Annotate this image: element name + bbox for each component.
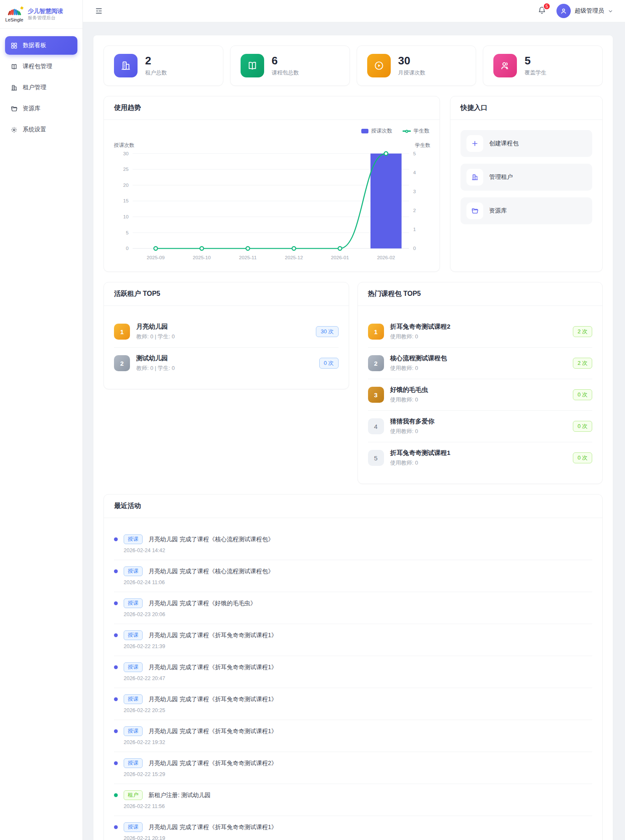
course-row: 2 核心流程测试课程包 使用教师: 0 2 次 — [368, 347, 593, 379]
building-icon — [466, 169, 483, 186]
user-menu[interactable]: 超级管理员 — [556, 4, 613, 18]
svg-text:2025-11: 2025-11 — [239, 255, 257, 260]
top-header: 5 超级管理员 — [83, 0, 625, 22]
active-tenants-panel: 活跃租户 TOP5 1 月亮幼儿园 教师: 0 | 学生: 0 30 次 2 — [103, 282, 349, 389]
sidebar: LeSingle 少儿智慧阅读 服务管理后台 数据看板 课程包管理 — [0, 0, 83, 840]
quick-item-label: 资源库 — [489, 207, 507, 215]
svg-text:25: 25 — [123, 166, 129, 172]
stat-value: 6 — [272, 55, 299, 67]
activity-item: 授课 月亮幼儿园 完成了课程《折耳兔奇奇测试课程1》 2026-02-22 20… — [114, 688, 592, 720]
sidebar-item-resources[interactable]: 资源库 — [5, 99, 77, 118]
legend-line-swatch — [403, 130, 411, 132]
activity-type-badge: 授课 — [124, 534, 143, 544]
activity-text: 月亮幼儿园 完成了课程《核心流程测试课程包》 — [148, 568, 274, 575]
plus-icon — [466, 135, 483, 152]
activity-type-badge: 授课 — [124, 758, 143, 768]
activity-dot — [114, 793, 118, 797]
stat-label: 租户总数 — [145, 69, 167, 77]
usage-count-badge: 0 次 — [573, 389, 592, 400]
course-name: 猜猜我有多爱你 — [390, 417, 434, 425]
tenant-name: 测试幼儿园 — [136, 354, 175, 362]
folder-icon — [11, 105, 18, 112]
svg-text:2: 2 — [413, 207, 416, 213]
activity-item: 授课 月亮幼儿园 完成了课程《折耳兔奇奇测试课程1》 2026-02-22 21… — [114, 624, 592, 656]
sidebar-item-course-packages[interactable]: 课程包管理 — [5, 57, 77, 76]
rank-badge: 3 — [368, 387, 384, 403]
usage-count-badge: 0 次 — [573, 421, 592, 432]
activity-item: 授课 月亮幼儿园 完成了课程《折耳兔奇奇测试课程1》 2026-02-22 20… — [114, 656, 592, 688]
course-name: 核心流程测试课程包 — [390, 354, 447, 362]
legend-lessons[interactable]: 授课次数 — [361, 128, 392, 135]
rank-badge: 5 — [368, 450, 384, 466]
stat-card-tenants: 2 租户总数 — [103, 45, 223, 86]
activity-text: 月亮幼儿园 完成了课程《核心流程测试课程包》 — [148, 536, 274, 543]
activity-type-badge: 授课 — [124, 822, 143, 832]
activity-time: 2026-02-21 20:19 — [124, 835, 592, 840]
legend-label: 授课次数 — [371, 128, 392, 135]
svg-text:2025-09: 2025-09 — [147, 255, 165, 260]
panel-title: 最近活动 — [104, 494, 602, 518]
quick-item-create-package[interactable]: 创建课程包 — [461, 130, 592, 157]
stat-value: 2 — [145, 55, 167, 67]
quick-item-resources[interactable]: 资源库 — [461, 197, 592, 224]
app-title: 少儿智慧阅读 — [28, 7, 63, 15]
stat-card-monthly-lessons: 30 月授课次数 — [357, 45, 477, 86]
sidebar-item-dashboard[interactable]: 数据看板 — [5, 36, 77, 55]
stats-row: 2 租户总数 6 课程包总数 30 — [103, 45, 603, 86]
tenant-row: 1 月亮幼儿园 教师: 0 | 学生: 0 30 次 — [114, 316, 339, 347]
folder-icon — [466, 202, 483, 219]
stat-label: 覆盖学生 — [524, 69, 546, 77]
sidebar-item-settings[interactable]: 系统设置 — [5, 120, 77, 139]
course-meta: 使用教师: 0 — [390, 428, 434, 435]
sidebar-menu: 数据看板 课程包管理 租户管理 资源库 — [0, 29, 82, 146]
activity-dot — [114, 825, 118, 829]
app-subtitle: 服务管理后台 — [28, 15, 63, 21]
stat-label: 月授课次数 — [398, 69, 426, 77]
sidebar-item-tenants[interactable]: 租户管理 — [5, 78, 77, 97]
notification-bell[interactable]: 5 — [538, 6, 546, 16]
activity-time: 2026-02-22 11:56 — [124, 803, 592, 809]
tenant-meta: 教师: 0 | 学生: 0 — [136, 333, 175, 340]
course-row: 4 猜猜我有多爱你 使用教师: 0 0 次 — [368, 410, 593, 442]
quick-item-manage-tenants[interactable]: 管理租户 — [461, 164, 592, 191]
usage-count-badge: 30 次 — [316, 326, 338, 337]
activity-item: 授课 月亮幼儿园 完成了课程《核心流程测试课程包》 2026-02-24 14:… — [114, 528, 592, 560]
quick-item-label: 管理租户 — [489, 173, 513, 181]
sidebar-item-label: 系统设置 — [23, 126, 46, 133]
activity-item: 授课 月亮幼儿园 完成了课程《好饿的毛毛虫》 2026-02-23 20:06 — [114, 592, 592, 624]
notification-badge: 5 — [543, 3, 551, 10]
stat-card-course-packages: 6 课程包总数 — [230, 45, 350, 86]
activity-text: 月亮幼儿园 完成了课程《折耳兔奇奇测试课程1》 — [148, 664, 277, 671]
legend-students[interactable]: 学生数 — [403, 128, 430, 135]
sidebar-collapse-button[interactable] — [93, 5, 105, 17]
activity-dot — [114, 633, 118, 637]
activity-text: 新租户注册: 测试幼儿园 — [148, 792, 211, 799]
activity-type-badge: 授课 — [124, 566, 143, 576]
sidebar-item-label: 资源库 — [23, 105, 40, 112]
rank-badge: 1 — [114, 324, 130, 340]
sidebar-item-label: 课程包管理 — [23, 63, 52, 70]
svg-text:2025-10: 2025-10 — [193, 255, 211, 260]
panel-title: 快捷入口 — [450, 96, 602, 120]
svg-text:1: 1 — [413, 226, 416, 232]
activity-dot — [114, 729, 118, 733]
stat-value: 5 — [524, 55, 546, 67]
tenants-list: 1 月亮幼儿园 教师: 0 | 学生: 0 30 次 2 测试幼儿园 教师: 0… — [104, 306, 349, 389]
main-content: 2 租户总数 6 课程包总数 30 — [83, 0, 625, 840]
activity-time: 2026-02-22 20:25 — [124, 707, 592, 713]
lesingle-logo-icon — [5, 6, 24, 17]
activity-list: 授课 月亮幼儿园 完成了课程《核心流程测试课程包》 2026-02-24 14:… — [104, 518, 602, 840]
stat-label: 课程包总数 — [272, 69, 299, 77]
menu-fold-icon — [95, 7, 103, 15]
usage-count-badge: 0 次 — [319, 358, 339, 369]
activity-type-badge: 授课 — [124, 598, 143, 608]
hot-courses-panel: 热门课程包 TOP5 1 折耳兔奇奇测试课程2 使用教师: 0 2 次 2 — [358, 282, 603, 484]
svg-text:3: 3 — [413, 189, 416, 194]
rank-badge: 2 — [368, 355, 384, 371]
dashboard-icon — [11, 42, 18, 49]
recent-activity-panel: 最近活动 授课 月亮幼儿园 完成了课程《核心流程测试课程包》 2026-02-2… — [103, 494, 603, 840]
brand-logo: LeSingle — [5, 6, 24, 22]
activity-item: 租户 新租户注册: 测试幼儿园 2026-02-22 11:56 — [114, 784, 592, 816]
legend-label: 学生数 — [414, 128, 430, 135]
activity-text: 月亮幼儿园 完成了课程《折耳兔奇奇测试课程1》 — [148, 728, 277, 735]
